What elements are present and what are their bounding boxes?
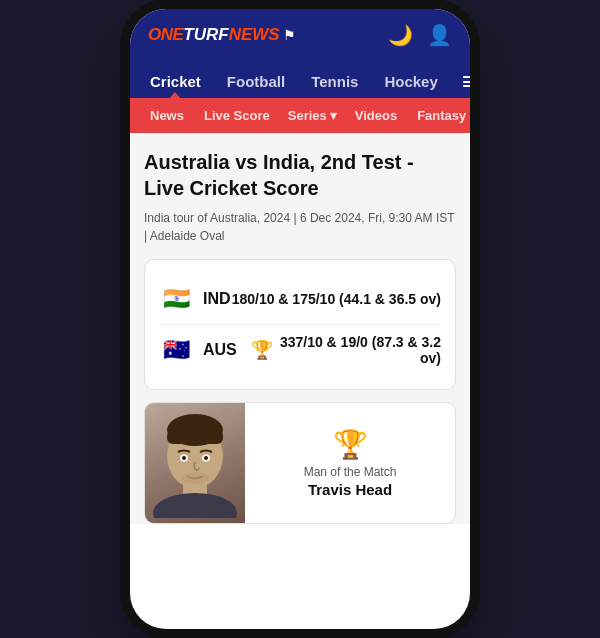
australia-flag-icon: 🇦🇺 [159,333,193,367]
team-left-ind: 🇮🇳 IND [159,282,231,316]
top-icons: 🌙 👤 [388,23,452,47]
india-flag-icon: 🇮🇳 [159,282,193,316]
article-title: Australia vs India, 2nd Test - Live Cric… [144,149,456,201]
user-profile-button[interactable]: 👤 [427,23,452,47]
phone-frame: ONE TURF NEWS ⚑ 🌙 👤 Cricket Football Ten… [130,9,470,629]
motm-name: Travis Head [308,481,392,498]
subnav-livescore[interactable]: Live Score [194,98,280,133]
main-nav: Cricket Football Tennis Hockey ☰▾ [130,57,470,98]
team-row-aus: 🇦🇺 AUS 🏆 337/10 & 19/0 (87.3 & 3.2 ov) [159,324,441,375]
article-meta: India tour of Australia, 2024 | 6 Dec 20… [144,209,456,245]
subnav-news[interactable]: News [140,98,194,133]
logo-flag-icon: ⚑ [283,27,296,43]
winner-trophy-icon: 🏆 [251,339,273,361]
svg-point-9 [181,472,209,484]
team-score-aus: 337/10 & 19/0 (87.3 & 3.2 ov) [273,334,441,366]
svg-point-7 [182,456,186,460]
motm-label: Man of the Match [304,465,397,479]
team-left-aus: 🇦🇺 AUS 🏆 [159,333,273,367]
logo: ONE TURF NEWS ⚑ [148,25,296,45]
motm-photo-placeholder [145,403,245,523]
motm-card: 🏆 Man of the Match Travis Head [144,402,456,524]
dark-mode-button[interactable]: 🌙 [388,23,413,47]
team-score-ind: 180/10 & 175/10 (44.1 & 36.5 ov) [232,291,441,307]
nav-more-button[interactable]: ☰▾ [454,65,470,98]
team-row-ind: 🇮🇳 IND 180/10 & 175/10 (44.1 & 36.5 ov) [159,274,441,324]
svg-rect-4 [167,430,223,444]
top-bar: ONE TURF NEWS ⚑ 🌙 👤 [130,9,470,57]
svg-point-8 [204,456,208,460]
content-area: Australia vs India, 2nd Test - Live Cric… [130,133,470,524]
nav-item-football[interactable]: Football [217,65,295,98]
motm-info: 🏆 Man of the Match Travis Head [245,403,455,523]
team-name-ind: IND [203,290,231,308]
nav-item-tennis[interactable]: Tennis [301,65,368,98]
subnav-videos[interactable]: Videos [345,98,407,133]
motm-photo [145,403,245,523]
subnav-series[interactable]: Series▾ [280,98,345,133]
svg-point-1 [153,493,237,518]
logo-news: NEWS [229,25,280,45]
team-name-aus: AUS [203,341,237,359]
subnav-fantasytips[interactable]: Fantasy Tips [407,98,470,133]
nav-item-cricket[interactable]: Cricket [140,65,211,98]
nav-item-hockey[interactable]: Hockey [374,65,447,98]
sub-nav: News Live Score Series▾ Videos Fantasy T… [130,98,470,133]
logo-turf: TURF [183,25,228,45]
motm-trophy-icon: 🏆 [333,428,368,461]
logo-one: ONE [148,25,183,45]
score-card: 🇮🇳 IND 180/10 & 175/10 (44.1 & 36.5 ov) … [144,259,456,390]
